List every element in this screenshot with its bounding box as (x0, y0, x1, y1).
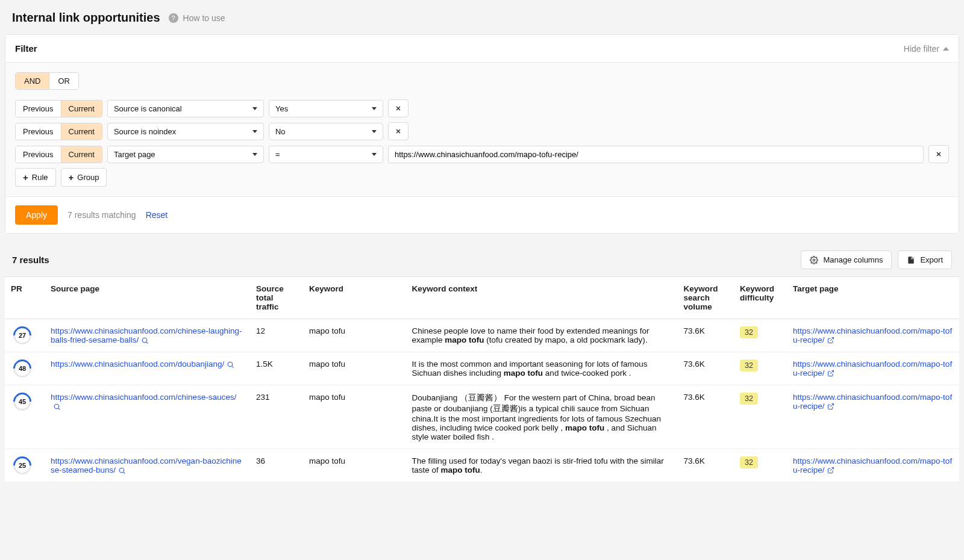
results-count: 7 results (12, 255, 49, 265)
source-page-link[interactable]: https://www.chinasichuanfood.com/chinese… (51, 393, 236, 402)
keyword-volume: 73.6K (678, 385, 734, 449)
filter-field-select[interactable]: Source is noindex (107, 123, 264, 140)
filter-value-select[interactable]: No (269, 123, 383, 140)
external-link-icon[interactable] (827, 403, 834, 410)
source-page-link[interactable]: https://www.chinasichuanfood.com/vegan-b… (51, 456, 242, 474)
pr-score: 48 (13, 359, 31, 378)
filter-value-select[interactable]: Yes (269, 100, 383, 117)
svg-point-16 (119, 468, 124, 473)
prevcur-toggle: Previous Current (15, 123, 102, 140)
col-pr[interactable]: PR (5, 277, 45, 319)
keyword-context: It is the most common and important seas… (406, 352, 678, 385)
search-icon[interactable] (53, 403, 61, 411)
chevron-up-icon (943, 47, 949, 51)
search-icon[interactable] (141, 337, 149, 344)
add-rule-button[interactable]: +Rule (15, 168, 56, 187)
help-icon[interactable]: ? (169, 13, 178, 23)
search-icon[interactable] (227, 361, 234, 369)
source-traffic: 1.5K (250, 352, 303, 385)
difficulty-badge: 32 (740, 326, 758, 338)
svg-line-9 (830, 338, 834, 341)
svg-line-14 (58, 408, 60, 409)
filter-url-input[interactable] (388, 146, 924, 163)
results-table: PR Source page Source total traffic Keyw… (5, 277, 959, 482)
add-group-button[interactable]: +Group (61, 168, 107, 187)
gear-icon (810, 256, 818, 264)
hide-filter-toggle[interactable]: Hide filter (904, 44, 949, 54)
previous-button[interactable]: Previous (16, 146, 61, 163)
close-icon (935, 151, 942, 158)
results-matching-text: 7 results matching (67, 210, 136, 220)
svg-point-6 (813, 259, 816, 261)
filter-field-select[interactable]: Source is canonical (107, 100, 264, 117)
close-icon (395, 105, 402, 112)
svg-line-15 (830, 404, 834, 408)
previous-button[interactable]: Previous (16, 101, 61, 117)
filter-title: Filter (15, 43, 37, 54)
keyword-context: Doubanjiang （豆瓣酱） For the western part o… (406, 385, 678, 449)
table-row: 48 https://www.chinasichuanfood.com/doub… (5, 352, 959, 385)
previous-button[interactable]: Previous (16, 123, 61, 140)
chevron-down-icon (372, 153, 377, 156)
page-title: Internal link opportunities (12, 11, 160, 25)
keyword: mapo tofu (303, 352, 406, 385)
how-to-use-link[interactable]: How to use (183, 13, 225, 23)
keyword-volume: 73.6K (678, 449, 734, 482)
keyword: mapo tofu (303, 449, 406, 482)
svg-line-17 (124, 472, 125, 473)
apply-button[interactable]: Apply (15, 205, 58, 225)
target-page-link[interactable]: https://www.chinasichuanfood.com/mapo-to… (793, 326, 952, 344)
col-keyword[interactable]: Keyword (303, 277, 406, 319)
reset-link[interactable]: Reset (146, 210, 168, 220)
filter-operator-select[interactable]: = (269, 146, 383, 163)
col-context[interactable]: Keyword context (406, 277, 678, 319)
col-traffic[interactable]: Source total traffic (250, 277, 303, 319)
source-page-link[interactable]: https://www.chinasichuanfood.com/doubanj… (51, 359, 224, 369)
svg-point-13 (54, 404, 59, 409)
source-traffic: 12 (250, 319, 303, 352)
manage-columns-button[interactable]: Manage columns (801, 250, 892, 269)
current-button[interactable]: Current (61, 146, 102, 163)
svg-point-7 (142, 338, 147, 343)
keyword-volume: 73.6K (678, 352, 734, 385)
filter-row: Previous Current Target page= (15, 145, 949, 163)
current-button[interactable]: Current (61, 123, 102, 140)
difficulty-badge: 32 (740, 393, 758, 405)
chevron-down-icon (252, 107, 257, 110)
hide-filter-label: Hide filter (904, 44, 939, 54)
filter-row: Previous Current Source is noindexNo (15, 122, 949, 140)
target-page-link[interactable]: https://www.chinasichuanfood.com/mapo-to… (793, 456, 952, 474)
col-target[interactable]: Target page (787, 277, 959, 319)
or-button[interactable]: OR (49, 73, 78, 89)
export-button[interactable]: Export (898, 250, 952, 269)
remove-filter-button[interactable] (928, 145, 949, 163)
keyword-context: Chinese people love to name their food b… (406, 319, 678, 352)
table-row: 27 https://www.chinasichuanfood.com/chin… (5, 319, 959, 352)
search-icon[interactable] (118, 467, 126, 474)
filter-field-select[interactable]: Target page (107, 146, 264, 163)
svg-point-10 (228, 362, 233, 367)
keyword-volume: 73.6K (678, 319, 734, 352)
and-button[interactable]: AND (16, 73, 49, 89)
remove-filter-button[interactable] (388, 99, 408, 117)
prevcur-toggle: Previous Current (15, 146, 102, 163)
remove-filter-button[interactable] (388, 122, 408, 140)
plus-icon: + (23, 172, 28, 182)
svg-line-18 (830, 468, 834, 471)
external-link-icon[interactable] (827, 370, 834, 377)
col-volume[interactable]: Keyword search volume (678, 277, 734, 319)
close-icon (395, 128, 402, 135)
andor-toggle: AND OR (15, 72, 79, 90)
external-link-icon[interactable] (827, 467, 834, 474)
file-icon (907, 256, 915, 264)
current-button[interactable]: Current (61, 101, 102, 117)
col-source[interactable]: Source page (45, 277, 250, 319)
table-row: 25 https://www.chinasichuanfood.com/vega… (5, 449, 959, 482)
chevron-down-icon (252, 153, 257, 156)
external-link-icon[interactable] (827, 337, 834, 344)
target-page-link[interactable]: https://www.chinasichuanfood.com/mapo-to… (793, 359, 952, 378)
target-page-link[interactable]: https://www.chinasichuanfood.com/mapo-to… (793, 393, 952, 411)
svg-line-8 (146, 342, 148, 343)
svg-line-12 (830, 371, 834, 375)
col-difficulty[interactable]: Keyword difficulty (734, 277, 787, 319)
